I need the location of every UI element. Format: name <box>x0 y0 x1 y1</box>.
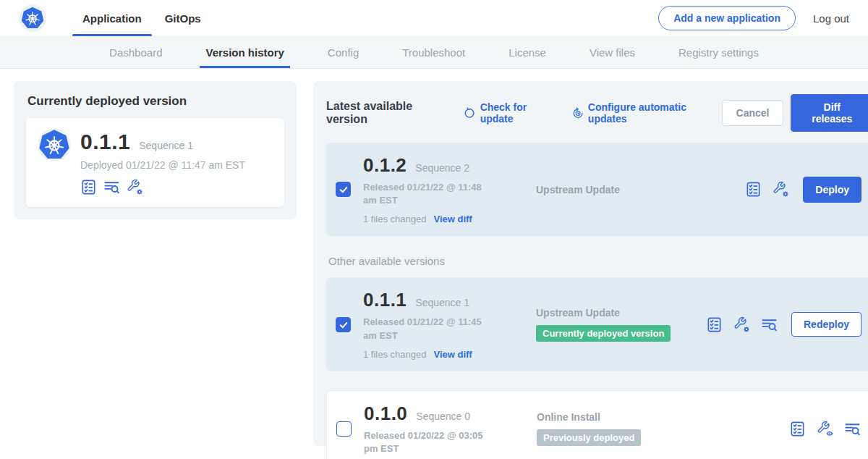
subtab-registry-settings[interactable]: Registry settings <box>657 36 780 68</box>
current-version-number: 0.1.1 <box>80 130 130 154</box>
tab-gitops[interactable]: GitOps <box>153 0 213 36</box>
subtab-troubleshoot[interactable]: Troubleshoot <box>380 36 487 68</box>
currently-deployed-card: Currently deployed version 0.1.1 Sequenc… <box>14 81 297 219</box>
view-config-wrench-eye-icon[interactable] <box>817 421 833 437</box>
add-new-application-button[interactable]: Add a new application <box>658 6 796 30</box>
check-for-update-label: Check for update <box>480 101 559 125</box>
refresh-icon <box>464 107 475 119</box>
latest-version-header: Latest available version Check for updat… <box>326 94 868 132</box>
released-timestamp: Released 01/21/22 @ 11:45 am EST <box>363 316 495 342</box>
deploy-button[interactable]: Deploy <box>803 177 861 203</box>
version-row-0-1-1: 0.1.1 Sequence 1 Released 01/21/22 @ 11:… <box>326 277 868 371</box>
released-timestamp: Released 01/20/22 @ 03:05 pm EST <box>364 429 495 455</box>
cancel-button[interactable]: Cancel <box>722 100 784 126</box>
checkmark-icon <box>338 184 349 195</box>
version-sequence: Sequence 2 <box>415 162 469 174</box>
main-content: Currently deployed version 0.1.1 Sequenc… <box>0 69 868 446</box>
deploy-logs-icon[interactable] <box>761 316 778 333</box>
view-diff-link[interactable]: View diff <box>433 214 472 224</box>
other-versions-label: Other available versions <box>328 255 868 267</box>
deploy-logs-icon[interactable] <box>844 421 861 437</box>
deploy-logs-icon[interactable] <box>103 179 120 195</box>
app-kubernetes-icon <box>38 128 71 161</box>
version-source-label: Upstream Update <box>536 184 706 195</box>
config-wrench-gear-icon[interactable] <box>773 181 789 198</box>
configure-automatic-updates-link[interactable]: Configure automatic updates <box>572 101 722 125</box>
preflight-checks-icon[interactable] <box>789 421 806 437</box>
auto-update-clock-icon <box>572 107 584 119</box>
previously-deployed-badge: Previously deployed <box>537 429 641 446</box>
subtab-config[interactable]: Config <box>306 36 380 68</box>
current-version-sequence: Sequence 1 <box>139 140 193 151</box>
latest-version-title: Latest available version <box>326 100 451 126</box>
version-number: 0.1.1 <box>363 289 407 311</box>
version-checkbox[interactable] <box>336 421 352 437</box>
version-checkbox[interactable] <box>336 317 351 332</box>
subtab-version-history[interactable]: Version history <box>184 36 305 68</box>
config-wrench-gear-icon[interactable] <box>733 316 750 333</box>
checkmark-icon <box>338 319 349 330</box>
redeploy-button[interactable]: Redeploy <box>791 312 861 337</box>
version-row-0-1-0: 0.1.0 Sequence 0 Released 01/20/22 @ 03:… <box>326 390 868 459</box>
version-number: 0.1.0 <box>364 403 407 425</box>
currently-deployed-version-card: 0.1.1 Sequence 1 Deployed 01/21/22 @ 11:… <box>26 118 284 207</box>
version-number: 0.1.2 <box>363 154 407 177</box>
tab-application[interactable]: Application <box>71 0 153 36</box>
files-changed-label: 1 files changed <box>363 214 426 224</box>
currently-deployed-badge: Currently deployed version <box>536 325 671 342</box>
preflight-checks-icon[interactable] <box>745 181 762 198</box>
current-deployed-timestamp: Deployed 01/21/22 @ 11:47 am EST <box>80 159 245 171</box>
view-diff-link[interactable]: View diff <box>433 349 472 360</box>
config-wrench-gear-icon[interactable] <box>127 179 143 195</box>
version-source-label: Upstream Update <box>536 307 706 319</box>
check-for-update-link[interactable]: Check for update <box>464 101 558 125</box>
kubernetes-helm-icon <box>20 6 45 30</box>
subtab-view-files[interactable]: View files <box>568 36 657 68</box>
logout-link[interactable]: Log out <box>813 12 849 25</box>
version-sequence: Sequence 0 <box>416 410 470 422</box>
subtab-license[interactable]: License <box>487 36 568 68</box>
currently-deployed-title: Currently deployed version <box>27 94 284 109</box>
released-timestamp: Released 01/21/22 @ 11:48 am EST <box>363 181 495 207</box>
top-navbar: Application GitOps Add a new application… <box>0 0 868 36</box>
app-subnav: Dashboard Version history Config Trouble… <box>0 36 868 69</box>
configure-automatic-updates-label: Configure automatic updates <box>588 101 722 125</box>
version-sequence: Sequence 1 <box>415 297 469 308</box>
subtab-dashboard[interactable]: Dashboard <box>88 36 184 68</box>
diff-releases-button[interactable]: Diff releases <box>791 94 868 132</box>
version-checkbox[interactable] <box>336 182 351 197</box>
top-tabs: Application GitOps <box>71 0 213 36</box>
version-history-panel: Latest available version Check for updat… <box>313 81 868 446</box>
kubernetes-logo <box>19 4 46 32</box>
files-changed-label: 1 files changed <box>363 349 426 360</box>
preflight-checks-icon[interactable] <box>80 179 97 195</box>
preflight-checks-icon[interactable] <box>706 316 723 333</box>
version-row-0-1-2: 0.1.2 Sequence 2 Released 01/21/22 @ 11:… <box>326 143 868 236</box>
version-source-label: Online Install <box>537 411 707 423</box>
